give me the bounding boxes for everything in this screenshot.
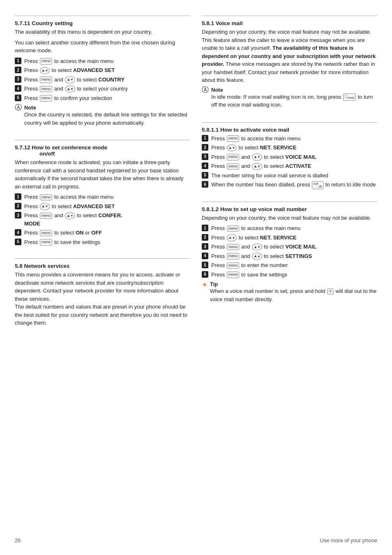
note-label-581: Note: [211, 87, 223, 93]
step-num-5: 5: [202, 172, 208, 179]
step-num-6: 6: [202, 181, 208, 188]
step-5712-5: 5 Press menu to save the settings: [15, 238, 190, 246]
key-exit: exitoff: [312, 181, 323, 189]
page: 5.7.11 Country setting The availability …: [0, 0, 392, 555]
note-label: Note: [24, 104, 36, 111]
step-5712-4: 4 Press menu to select ON or OFF: [15, 229, 190, 237]
step-content-2: Press ▲▼ to select ADVANCED SET: [24, 202, 190, 211]
step-5712-1: 1 Press menu to access the main menu: [15, 193, 190, 201]
step-num-1: 1: [15, 193, 21, 200]
step-num-2: 2: [15, 203, 21, 209]
key-vmail: □vmail: [343, 93, 356, 100]
step-num-3: 3: [202, 243, 208, 250]
step-5811-4: 4 Press menu and ▲▼ to select ACTIVATE: [202, 162, 377, 170]
step-num-3: 3: [15, 76, 21, 83]
step-num-2: 2: [15, 67, 21, 73]
key-nav-4: ▲▼: [252, 253, 262, 260]
step-num-2: 2: [202, 144, 208, 151]
key-nav-4: ▲▼: [252, 163, 262, 170]
divider-581: [202, 16, 377, 16]
key-menu-4: menu: [227, 253, 240, 260]
key-nav: ▲▼: [227, 234, 237, 242]
key-nav: ▲▼: [40, 203, 50, 210]
key-menu: menu: [227, 225, 240, 232]
step-num-1: 1: [15, 58, 21, 64]
key-nav: ▲▼: [227, 144, 237, 152]
section-5711-title: 5.7.11 Country setting: [15, 20, 190, 26]
key-menu: menu: [40, 194, 53, 201]
key-menu-5: menu: [227, 262, 240, 269]
key-nav: ▲▼: [40, 67, 50, 74]
step-num-4: 4: [202, 163, 208, 169]
key-nav-4: ▲▼: [65, 86, 75, 93]
step-num-4: 4: [202, 253, 208, 259]
key-menu-5: menu: [40, 95, 53, 102]
section-581-body: Depending on your country, the voice mai…: [202, 28, 377, 84]
step-5712-2: 2 Press ▲▼ to select ADVANCED SET: [15, 202, 190, 211]
step-content-2: Press ▲▼ to select ADVANCED SET: [24, 66, 190, 74]
step-content-3: Press menu and ▲▼ to select COUNTRY: [24, 76, 190, 84]
step-content-5: Press menu to save the settings: [24, 238, 190, 246]
step-content-3: Press menu and ▲▼ to select CONFER.MODE: [24, 211, 190, 228]
section-5812: 5.8.1.2 How to set up voice mail number …: [202, 197, 377, 307]
note-icon: Ⓐ: [15, 104, 22, 111]
step-num-1: 1: [202, 225, 208, 231]
key-menu: menu: [40, 58, 53, 65]
divider-5712: [15, 140, 190, 140]
section-5812-body: Depending on your country, the voice mai…: [202, 214, 377, 222]
step-content-1: Press menu to access the main menu: [24, 57, 190, 65]
step-5811-5: 5 The number string for voice mail servi…: [202, 172, 377, 180]
section-5712-body: When conference mode is activated, you c…: [15, 158, 190, 190]
key-menu-4: menu: [40, 230, 53, 237]
key-menu-3: menu: [40, 213, 53, 219]
right-column: 5.8.1 Voice mail Depending on your count…: [202, 12, 377, 530]
step-5711-4: 4 Press menu and ▲▼ to select your count…: [15, 85, 190, 93]
section-5711: 5.7.11 Country setting The availability …: [15, 12, 190, 130]
section-58: 5.8 Network services This menu provides …: [15, 254, 190, 330]
step-num-4: 4: [15, 85, 21, 92]
key-menu-4: menu: [40, 86, 53, 93]
step-num-5: 5: [15, 95, 21, 101]
step-5812-4: 4 Press menu and ▲▼ to select SETTINGS: [202, 252, 377, 260]
divider-5711: [15, 16, 190, 16]
divider-5812: [202, 202, 377, 202]
key-menu: menu: [227, 135, 240, 142]
step-5811-6: 6 When the number has been dialled, pres…: [202, 181, 377, 189]
step-content-4: Press menu and ▲▼ to select your country: [24, 85, 190, 93]
footer: 26 Use more of your phone: [15, 537, 377, 543]
section-5812-title: 5.8.1.2 How to set up voice mail number: [202, 206, 377, 212]
section-5711-body1: The availability of this menu is depende…: [15, 28, 190, 36]
section-58-body: This menu provides a convenient means fo…: [15, 271, 190, 327]
note-581: Ⓐ Note In idle mode: If voice mail waiti…: [202, 87, 377, 109]
step-5811-1: 1 Press menu to access the main menu: [202, 135, 377, 143]
key-nav-3: ▲▼: [65, 212, 75, 220]
divider-5811: [202, 122, 377, 123]
key-nav-3: ▲▼: [252, 244, 262, 251]
steps-5811: 1 Press menu to access the main menu 2 P…: [202, 135, 377, 189]
section-5711-body2: You can select another country different…: [15, 39, 190, 55]
divider-58: [15, 258, 190, 259]
key-nav-3: ▲▼: [65, 76, 75, 84]
step-5711-2: 2 Press ▲▼ to select ADVANCED SET: [15, 66, 190, 74]
section-5811-title: 5.8.1.1 How to activate voice mail: [202, 127, 377, 133]
step-num-3: 3: [15, 212, 21, 218]
step-num-5: 5: [15, 239, 21, 245]
tip-icon: ✶: [202, 281, 208, 289]
step-5711-1: 1 Press menu to access the main menu: [15, 57, 190, 65]
tip-content: Tip When a voice mail number is set, pre…: [210, 281, 377, 303]
step-5812-3: 3 Press menu and ▲▼ to select VOICE MAIL: [202, 243, 377, 251]
step-5812-2: 2 Press ▲▼ to select NET. SERVICE: [202, 234, 377, 242]
footer-page-number: 26: [15, 537, 21, 543]
step-num-5: 5: [202, 262, 208, 268]
step-5811-2: 2 Press ▲▼ to select NET. SERVICE: [202, 144, 377, 152]
key-1: ①: [327, 288, 334, 295]
tip-5812: ✶ Tip When a voice mail number is set, p…: [202, 281, 377, 303]
key-menu-3: menu: [40, 77, 53, 83]
section-5712-title: 5.7.12 How to set conference mode on/off: [15, 144, 190, 157]
section-5712: 5.7.12 How to set conference mode on/off…: [15, 136, 190, 248]
tip-text: When a voice mail number is set, press a…: [210, 288, 376, 302]
note-5711: Ⓐ Note Once the country is selected, the…: [15, 104, 190, 127]
columns: 5.7.11 Country setting The availability …: [15, 12, 377, 530]
step-num-1: 1: [202, 135, 208, 142]
note-content-581: Note In idle mode: If voice mail waiting…: [211, 87, 377, 109]
